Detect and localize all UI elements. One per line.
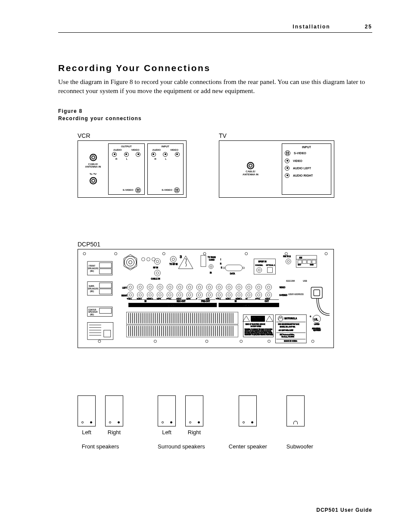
vcr-panel: CABLE/ ANTENNA IN To TV OUTPUT AUDIO VID… <box>78 140 187 198</box>
svg-point-159 <box>267 286 270 288</box>
svg-text:SPEAKER: SPEAKER <box>88 311 98 313</box>
svg-point-156 <box>258 293 260 296</box>
input-video-label: VIDEO <box>170 149 178 151</box>
svg-point-88 <box>128 284 134 290</box>
svg-point-29 <box>125 256 137 268</box>
svg-point-93 <box>137 284 143 290</box>
input-audio-label: AUDIO <box>153 149 161 151</box>
rca-jack <box>285 166 290 171</box>
svg-point-42 <box>170 256 176 262</box>
r-label: R <box>155 158 156 160</box>
rca-jack <box>151 152 156 157</box>
surround-group-label: Surround speakers <box>158 443 205 450</box>
svg-text:VCR 1: VCR 1 <box>166 298 171 299</box>
svg-text:R: R <box>220 263 222 265</box>
rca-jack <box>285 173 290 178</box>
svg-point-125 <box>196 292 202 298</box>
svg-point-141 <box>228 293 230 296</box>
svg-point-36 <box>154 258 160 264</box>
svg-point-1 <box>115 252 117 255</box>
svg-point-123 <box>196 284 202 290</box>
svg-text:IR: IR <box>210 271 212 274</box>
svg-text:IEEE1394: IEEE1394 <box>286 280 295 282</box>
svg-point-4 <box>245 252 248 255</box>
svg-text:OUT: OUT <box>265 300 269 302</box>
svg-point-98 <box>147 284 153 290</box>
svg-point-124 <box>198 286 201 288</box>
speaker-box <box>105 395 123 426</box>
svg-text:REC-OUT: REC-OUT <box>177 300 186 302</box>
svg-point-90 <box>128 292 134 298</box>
svg-rect-76 <box>302 260 306 264</box>
svg-point-133 <box>216 284 222 290</box>
svg-point-131 <box>208 293 211 296</box>
svg-text:IN: IN <box>144 300 146 302</box>
svg-point-151 <box>248 293 250 296</box>
svg-text:VIDEO: VIDEO <box>279 286 285 288</box>
svg-text:CAUTION: CAUTION <box>252 317 260 319</box>
front-right-label: Right <box>105 429 123 436</box>
svg-text:VCR 2: VCR 2 <box>137 298 142 299</box>
svg-point-106 <box>159 293 161 296</box>
svg-point-101 <box>149 293 151 296</box>
header-section: Installation <box>293 24 330 30</box>
front-speakers-group: Left Right Front speakers <box>78 395 123 450</box>
svg-point-144 <box>238 286 240 288</box>
svg-text:SERVICING TO QUALIFIED SERVICE: SERVICING TO QUALIFIED SERVICE PERSONNEL <box>245 334 274 336</box>
svg-point-57 <box>223 267 225 268</box>
svg-rect-78 <box>312 260 316 264</box>
output-audio-label: AUDIO <box>113 149 121 151</box>
svg-point-11 <box>268 340 270 342</box>
svg-text:VCR 2: VCR 2 <box>265 298 270 299</box>
tv-label: TV <box>219 132 334 139</box>
front-group-label: Front speakers <box>78 443 123 450</box>
surround-right-label: Right <box>185 429 203 436</box>
svg-point-150 <box>246 292 252 298</box>
svg-point-146 <box>238 293 240 296</box>
svg-point-39 <box>154 270 160 276</box>
svg-text:101 Tournament Drive,: 101 Tournament Drive, <box>280 334 294 336</box>
svg-text:(8Ω): (8Ω) <box>90 290 94 292</box>
svg-point-103 <box>157 284 163 290</box>
svg-text:VCR 2: VCR 2 <box>226 298 230 299</box>
svg-rect-66 <box>267 267 272 272</box>
svg-point-116 <box>178 293 181 296</box>
vcr-input-panel: INPUT AUDIO VIDEO R L <box>147 143 184 195</box>
speakers-row: Left Right Front speakers Left Right <box>78 395 372 450</box>
svg-point-2 <box>162 252 165 255</box>
figure-number: Figure 8 <box>58 108 372 115</box>
header-page: 25 <box>365 24 372 30</box>
dcp501-label: DCP501 <box>78 241 372 248</box>
svg-text:VCR 1: VCR 1 <box>255 298 260 299</box>
tv-panel: CABLE/ ANTENNA IN INPUT S-VIDEO VIDEO AU… <box>219 140 334 198</box>
svg-text:Horsham, PA 19044: Horsham, PA 19044 <box>281 336 294 338</box>
sub-spacer <box>286 429 313 436</box>
svg-point-8 <box>154 340 156 342</box>
svg-point-5 <box>285 252 287 255</box>
svg-text:VCR 1: VCR 1 <box>216 298 221 299</box>
svg-rect-83 <box>314 289 320 296</box>
svg-text:SUB: SUB <box>206 298 209 299</box>
svg-text:EXT: EXT <box>298 264 301 266</box>
svg-point-114 <box>178 286 181 288</box>
body-paragraph: Use the diagram in Figure 8 to record yo… <box>58 78 372 96</box>
svg-point-119 <box>188 286 191 288</box>
svg-text:VCR 2: VCR 2 <box>176 298 181 299</box>
svg-point-130 <box>206 292 212 298</box>
svg-text:TV PASS: TV PASS <box>208 256 216 258</box>
vcr-output-panel: OUTPUT AUDIO VIDEO R L <box>108 143 145 195</box>
surround-speakers-group: Left Right Surround speakers <box>158 395 205 450</box>
svg-point-155 <box>256 292 262 298</box>
svg-text:MOTOROLA: MOTOROLA <box>284 317 297 320</box>
svg-point-111 <box>168 293 171 296</box>
svg-text:(8Ω): (8Ω) <box>90 270 94 272</box>
page-footer: DCP501 User Guide <box>316 507 372 513</box>
svg-point-94 <box>139 286 142 288</box>
svg-rect-47 <box>201 255 206 267</box>
l-label: L <box>165 158 167 160</box>
svg-point-9 <box>206 340 208 342</box>
svg-point-69 <box>287 260 290 262</box>
svg-text:RF IN: RF IN <box>153 266 158 268</box>
svg-text:DO NOT OPEN: DO NOT OPEN <box>251 326 262 327</box>
svg-point-43 <box>172 258 174 261</box>
